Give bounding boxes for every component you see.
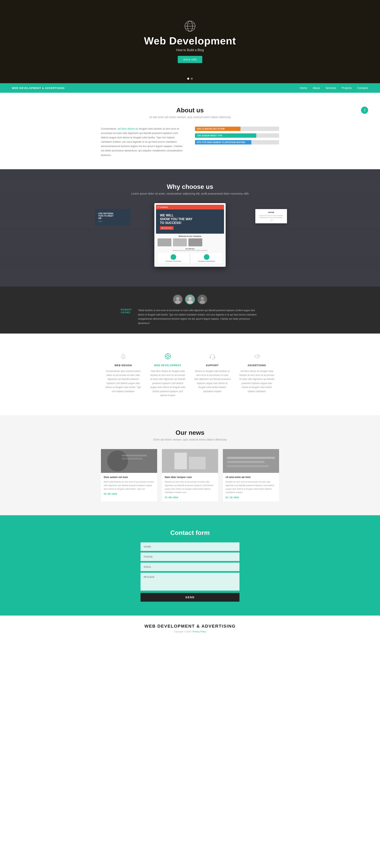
svg-rect-26 (210, 357, 211, 358)
news-image-3 (223, 449, 279, 473)
mockup-body: Welcome to Our Company! Our Mission Vest… (156, 234, 224, 265)
network-icon (171, 254, 176, 260)
support-desc: Dolore eu feugiat nulla facilisis at ver… (194, 369, 231, 393)
why-mockups: USE INFORMATION TO MEETOB VMAI... IT Com… (121, 203, 259, 267)
database-icon (204, 254, 209, 260)
about-section: About us Ut wisi enim ad minim veniam, q… (0, 93, 380, 169)
hero-dot-1[interactable] (187, 78, 189, 80)
news-img-svg-3 (223, 449, 279, 473)
svg-rect-39 (227, 461, 265, 463)
news-grid: Duis autem vel eum Noel nulla facilisis … (101, 449, 279, 501)
name-input[interactable] (140, 542, 240, 551)
mockup-images (158, 239, 222, 246)
nav-contacts[interactable]: Contacts (357, 86, 368, 90)
mockup-card-network-label: NETWORK SOLUTIONS (159, 260, 187, 262)
svg-point-21 (167, 355, 169, 358)
email-input[interactable] (140, 563, 240, 571)
hero-subtitle: How to Build a Blog (144, 49, 236, 52)
mockup-demo-button: ▶ Demo Here (160, 226, 174, 230)
nav-services[interactable]: Services (325, 86, 336, 90)
news-img-svg-2 (162, 449, 218, 473)
avatar-1[interactable] (173, 294, 183, 304)
bar-item-1: 54% CLARITAS EST ETIAM (195, 127, 279, 131)
contact-section: Contact form SEND (0, 515, 380, 616)
phone-input[interactable] (140, 553, 240, 561)
svg-marker-29 (255, 354, 258, 358)
news-date-2: 27 / 09 / 2014 (165, 496, 215, 499)
service-support: SUPPORT Dolore eu feugiat nulla facilisi… (190, 347, 235, 402)
news-body-3: Ut wisi-enim ad mini Noactio at vero ero… (223, 473, 279, 501)
privacy-policy-link[interactable]: Privacy Policy (193, 630, 206, 633)
bar-fill-2: 73% EODEM MODO TYPI (195, 133, 256, 138)
news-card-1: Duis autem vel eum Noel nulla facilisis … (101, 449, 157, 501)
mockup-hero-heading: WE WILLSHOW YOU THE WAYTO SUCCESS! (160, 213, 220, 225)
hero-dots (187, 78, 193, 80)
mockup-card-db-label: DATABASE MANAGEMENT (193, 260, 221, 262)
testimonial-info: ROBERT ADAMS (121, 308, 132, 316)
svg-rect-33 (122, 458, 142, 460)
testimonial-content: ROBERT ADAMS "Mulia facilisis at vero er… (121, 308, 259, 326)
nav-links: Home About Services Projects Contacts (300, 86, 368, 90)
avatar-2[interactable] (185, 294, 195, 304)
mockup-img-3 (188, 239, 202, 246)
message-input[interactable] (140, 573, 240, 591)
offer-text: Lorem ipsum dolor sit amet consectetur a… (258, 215, 285, 219)
svg-rect-36 (189, 457, 206, 469)
bar-track-3: 67% TYPI NON HABENT CLARITATEM INSITAM (195, 140, 279, 145)
why-title: Why choose us (12, 183, 368, 190)
mockup-right: OFFER Lorem ipsum dolor sit amet consect… (255, 209, 287, 223)
news-body-2: Nam liber tempor cum Noactio at vero ero… (162, 473, 218, 501)
bar-fill-1: 54% CLARITAS EST ETIAM (195, 127, 240, 131)
nav-home[interactable]: Home (300, 86, 307, 90)
news-section: Our news Enim ad minim veniam, quis nost… (0, 415, 380, 515)
webdev-title: WEB DEVELOPMENT (149, 364, 186, 367)
advertising-desc: Vel illum dolore eu feugiat nulla facili… (239, 369, 275, 393)
svg-point-9 (188, 297, 192, 300)
news-title-3: Ut wisi-enim ad mini (226, 476, 276, 478)
news-title: Our news (12, 429, 368, 436)
about-subtitle: Ut wisi enim ad minim veniam, quis nostr… (12, 116, 368, 119)
footer-brand: WEB DEVELOPMENT & ADVERTISING (12, 624, 368, 629)
news-desc-2: Noactio at vero eros et accumsan et iust… (165, 480, 215, 494)
mockup-brand: IT Company (158, 206, 168, 208)
advertising-icon (239, 351, 275, 361)
send-button[interactable]: SEND (140, 593, 240, 602)
news-image-1 (101, 449, 157, 473)
hero-section: Web Development How to Build a Blog more… (0, 0, 380, 83)
scroll-top-button[interactable]: ⇧ (361, 106, 368, 114)
bar-label-1: 54% CLARITAS EST ETIAM (197, 128, 224, 130)
mockup-main: IT Company WE WILLSHOW YOU THE WAYTO SUC… (154, 203, 226, 267)
bar-label-3: 67% TYPI NON HABENT CLARITATEM INSITAM (197, 141, 245, 144)
news-card-3: Ut wisi-enim ad mini Noactio at vero ero… (223, 449, 279, 501)
svg-line-15 (122, 353, 123, 355)
hero-dot-2[interactable] (191, 78, 193, 80)
about-content: Consectetuer, vel illum dolore eu feugia… (101, 127, 279, 157)
nav-about[interactable]: About (313, 86, 320, 90)
bar-track-2: 73% EODEM MODO TYPI (195, 133, 279, 138)
footer-copy: Copyright © 2014 | Privacy Policy (12, 630, 368, 633)
nav-projects[interactable]: Projects (342, 86, 352, 90)
hero-title: Web Development (144, 35, 236, 47)
support-title: SUPPORT (194, 364, 231, 367)
testimonial-avatars (12, 294, 368, 304)
more-info-button[interactable]: more info (178, 56, 202, 63)
news-image-2 (162, 449, 218, 473)
globe-icon (184, 20, 196, 32)
navigation: WEB DEVELOPMENT & ADVERTISING Home About… (0, 83, 380, 93)
news-desc-3: Noactio at vero eros et accumsan et iust… (226, 480, 276, 494)
avatar-3[interactable] (197, 294, 207, 304)
offer-title: OFFER (258, 212, 285, 213)
webdesign-icon (105, 351, 141, 361)
svg-rect-40 (227, 465, 269, 467)
why-subtitle: Lorem ipsum dolor sit amet, consectetuer… (12, 192, 368, 195)
mockup-hero-area: WE WILLSHOW YOU THE WAYTO SUCCESS! ▶ Dem… (156, 210, 224, 234)
service-webdesign: WEB-DESIGN Consectetuer quis nostrud exe… (101, 347, 145, 402)
webdev-desc: Vael illum dolore eu feugiat nulla facil… (149, 369, 186, 398)
mockup-mission-title: Our Mission (158, 248, 222, 250)
mockup-img-2 (173, 239, 187, 246)
testimonial-quote: "Mulia facilisis at vero eros et accumsa… (138, 308, 259, 326)
news-title-2: Nam liber tempor cum (165, 476, 215, 478)
mockup-left-text: VMAI... (98, 221, 128, 222)
mockup-left-heading: USE INFORMATION TO MEETOB (98, 212, 128, 219)
offer-us-label: ...US (258, 220, 285, 221)
